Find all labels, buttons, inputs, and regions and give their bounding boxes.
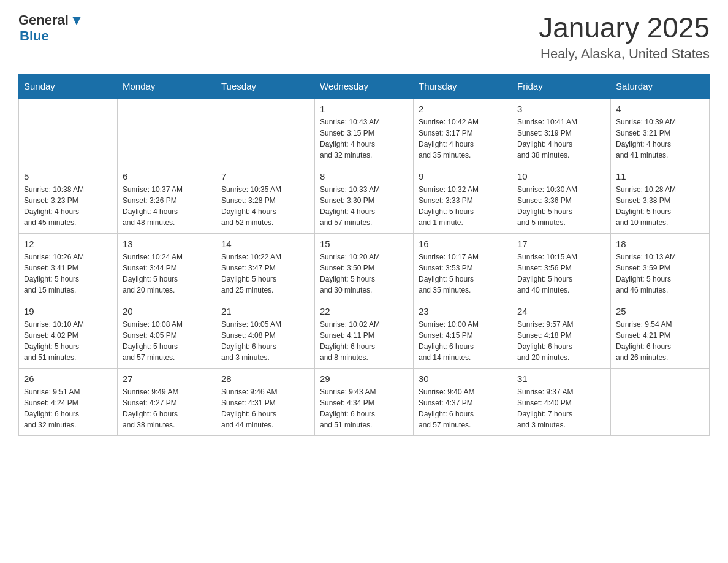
calendar-cell: 17Sunrise: 10:15 AM Sunset: 3:56 PM Dayl… (512, 233, 611, 301)
day-number: 17 (517, 239, 605, 249)
calendar-cell: 26Sunrise: 9:51 AM Sunset: 4:24 PM Dayli… (19, 368, 118, 435)
calendar-cell: 9Sunrise: 10:32 AM Sunset: 3:33 PM Dayli… (414, 166, 512, 233)
calendar-week-1: 1Sunrise: 10:43 AM Sunset: 3:15 PM Dayli… (19, 98, 710, 166)
calendar-week-5: 26Sunrise: 9:51 AM Sunset: 4:24 PM Dayli… (19, 368, 710, 435)
day-info: Sunrise: 10:22 AM Sunset: 3:47 PM Daylig… (221, 251, 309, 296)
calendar-title: January 2025 (539, 12, 710, 44)
day-number: 26 (24, 373, 112, 384)
day-info: Sunrise: 10:08 AM Sunset: 4:05 PM Daylig… (123, 319, 211, 363)
day-header-friday: Friday (512, 74, 611, 98)
calendar-cell: 1Sunrise: 10:43 AM Sunset: 3:15 PM Dayli… (315, 98, 414, 166)
calendar-cell: 13Sunrise: 10:24 AM Sunset: 3:44 PM Dayl… (118, 233, 216, 301)
day-info: Sunrise: 9:54 AM Sunset: 4:21 PM Dayligh… (616, 319, 704, 363)
day-info: Sunrise: 10:10 AM Sunset: 4:02 PM Daylig… (24, 319, 112, 363)
day-info: Sunrise: 10:37 AM Sunset: 3:26 PM Daylig… (123, 184, 211, 228)
calendar-cell: 19Sunrise: 10:10 AM Sunset: 4:02 PM Dayl… (19, 301, 118, 368)
calendar-week-4: 19Sunrise: 10:10 AM Sunset: 4:02 PM Dayl… (19, 301, 710, 368)
day-info: Sunrise: 10:41 AM Sunset: 3:19 PM Daylig… (517, 117, 605, 161)
calendar-cell: 8Sunrise: 10:33 AM Sunset: 3:30 PM Dayli… (315, 166, 414, 233)
day-info: Sunrise: 9:57 AM Sunset: 4:18 PM Dayligh… (517, 319, 605, 363)
day-info: Sunrise: 9:51 AM Sunset: 4:24 PM Dayligh… (24, 386, 112, 431)
day-header-sunday: Sunday (19, 74, 118, 98)
day-number: 6 (123, 171, 211, 182)
day-info: Sunrise: 10:32 AM Sunset: 3:33 PM Daylig… (419, 184, 507, 228)
calendar-cell: 7Sunrise: 10:35 AM Sunset: 3:28 PM Dayli… (216, 166, 315, 233)
day-info: Sunrise: 9:43 AM Sunset: 4:34 PM Dayligh… (320, 386, 408, 431)
day-number: 18 (616, 239, 704, 249)
calendar-cell: 21Sunrise: 10:05 AM Sunset: 4:08 PM Dayl… (216, 301, 315, 368)
day-info: Sunrise: 10:39 AM Sunset: 3:21 PM Daylig… (616, 117, 704, 161)
logo-blue-text: Blue (20, 28, 49, 44)
day-info: Sunrise: 10:24 AM Sunset: 3:44 PM Daylig… (123, 251, 211, 296)
calendar-week-2: 5Sunrise: 10:38 AM Sunset: 3:23 PM Dayli… (19, 166, 710, 233)
calendar-cell: 25Sunrise: 9:54 AM Sunset: 4:21 PM Dayli… (611, 301, 710, 368)
calendar-cell: 16Sunrise: 10:17 AM Sunset: 3:53 PM Dayl… (414, 233, 512, 301)
calendar-cell: 31Sunrise: 9:37 AM Sunset: 4:40 PM Dayli… (512, 368, 611, 435)
day-number: 7 (221, 171, 309, 182)
day-number: 23 (419, 306, 507, 316)
calendar-cell: 30Sunrise: 9:40 AM Sunset: 4:37 PM Dayli… (414, 368, 512, 435)
day-header-monday: Monday (118, 74, 216, 98)
logo-triangle-icon (70, 14, 83, 28)
day-number: 4 (616, 104, 704, 114)
calendar-subtitle: Healy, Alaska, United States (539, 46, 710, 62)
day-info: Sunrise: 10:26 AM Sunset: 3:41 PM Daylig… (24, 251, 112, 296)
calendar-cell: 20Sunrise: 10:08 AM Sunset: 4:05 PM Dayl… (118, 301, 216, 368)
day-number: 2 (419, 104, 507, 114)
calendar-cell (19, 98, 118, 166)
day-info: Sunrise: 9:40 AM Sunset: 4:37 PM Dayligh… (419, 386, 507, 431)
calendar-cell (611, 368, 710, 435)
day-info: Sunrise: 10:42 AM Sunset: 3:17 PM Daylig… (419, 117, 507, 161)
day-number: 3 (517, 104, 605, 114)
calendar-cell: 10Sunrise: 10:30 AM Sunset: 3:36 PM Dayl… (512, 166, 611, 233)
day-number: 28 (221, 373, 309, 384)
day-info: Sunrise: 10:33 AM Sunset: 3:30 PM Daylig… (320, 184, 408, 228)
day-number: 31 (517, 373, 605, 384)
day-number: 15 (320, 239, 408, 249)
calendar-cell: 27Sunrise: 9:49 AM Sunset: 4:27 PM Dayli… (118, 368, 216, 435)
title-block: January 2025 Healy, Alaska, United State… (539, 12, 710, 62)
day-number: 12 (24, 239, 112, 249)
calendar-cell: 28Sunrise: 9:46 AM Sunset: 4:31 PM Dayli… (216, 368, 315, 435)
day-info: Sunrise: 9:37 AM Sunset: 4:40 PM Dayligh… (517, 386, 605, 431)
day-header-thursday: Thursday (414, 74, 512, 98)
calendar-cell: 2Sunrise: 10:42 AM Sunset: 3:17 PM Dayli… (414, 98, 512, 166)
day-number: 20 (123, 306, 211, 316)
calendar-cell: 29Sunrise: 9:43 AM Sunset: 4:34 PM Dayli… (315, 368, 414, 435)
day-number: 30 (419, 373, 507, 384)
calendar-cell (118, 98, 216, 166)
logo-general-text: General (18, 12, 69, 28)
calendar-cell: 11Sunrise: 10:28 AM Sunset: 3:38 PM Dayl… (611, 166, 710, 233)
day-number: 5 (24, 171, 112, 182)
calendar-cell: 24Sunrise: 9:57 AM Sunset: 4:18 PM Dayli… (512, 301, 611, 368)
day-info: Sunrise: 10:38 AM Sunset: 3:23 PM Daylig… (24, 184, 112, 228)
calendar-cell: 5Sunrise: 10:38 AM Sunset: 3:23 PM Dayli… (19, 166, 118, 233)
day-info: Sunrise: 10:15 AM Sunset: 3:56 PM Daylig… (517, 251, 605, 296)
day-number: 19 (24, 306, 112, 316)
day-info: Sunrise: 10:17 AM Sunset: 3:53 PM Daylig… (419, 251, 507, 296)
calendar-cell: 18Sunrise: 10:13 AM Sunset: 3:59 PM Dayl… (611, 233, 710, 301)
calendar-cell (216, 98, 315, 166)
calendar-cell: 14Sunrise: 10:22 AM Sunset: 3:47 PM Dayl… (216, 233, 315, 301)
calendar-week-3: 12Sunrise: 10:26 AM Sunset: 3:41 PM Dayl… (19, 233, 710, 301)
day-info: Sunrise: 9:46 AM Sunset: 4:31 PM Dayligh… (221, 386, 309, 431)
day-number: 11 (616, 171, 704, 182)
day-info: Sunrise: 10:00 AM Sunset: 4:15 PM Daylig… (419, 319, 507, 363)
calendar-cell: 23Sunrise: 10:00 AM Sunset: 4:15 PM Dayl… (414, 301, 512, 368)
day-info: Sunrise: 10:30 AM Sunset: 3:36 PM Daylig… (517, 184, 605, 228)
calendar-cell: 3Sunrise: 10:41 AM Sunset: 3:19 PM Dayli… (512, 98, 611, 166)
day-info: Sunrise: 9:49 AM Sunset: 4:27 PM Dayligh… (123, 386, 211, 431)
day-number: 10 (517, 171, 605, 182)
day-info: Sunrise: 10:02 AM Sunset: 4:11 PM Daylig… (320, 319, 408, 363)
calendar-table: SundayMondayTuesdayWednesdayThursdayFrid… (18, 74, 710, 436)
day-info: Sunrise: 10:28 AM Sunset: 3:38 PM Daylig… (616, 184, 704, 228)
calendar-cell: 15Sunrise: 10:20 AM Sunset: 3:50 PM Dayl… (315, 233, 414, 301)
day-info: Sunrise: 10:20 AM Sunset: 3:50 PM Daylig… (320, 251, 408, 296)
calendar-cell: 6Sunrise: 10:37 AM Sunset: 3:26 PM Dayli… (118, 166, 216, 233)
day-header-saturday: Saturday (611, 74, 710, 98)
day-header-wednesday: Wednesday (315, 74, 414, 98)
day-number: 14 (221, 239, 309, 249)
logo: General Blue (18, 12, 83, 44)
svg-marker-0 (72, 17, 81, 25)
day-number: 22 (320, 306, 408, 316)
